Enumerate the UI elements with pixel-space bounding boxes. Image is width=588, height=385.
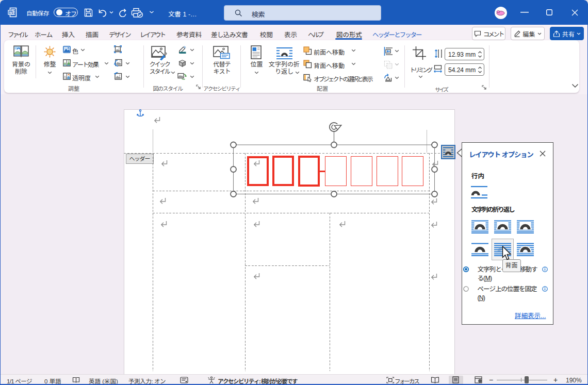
svg-text:W: W (9, 11, 12, 14)
